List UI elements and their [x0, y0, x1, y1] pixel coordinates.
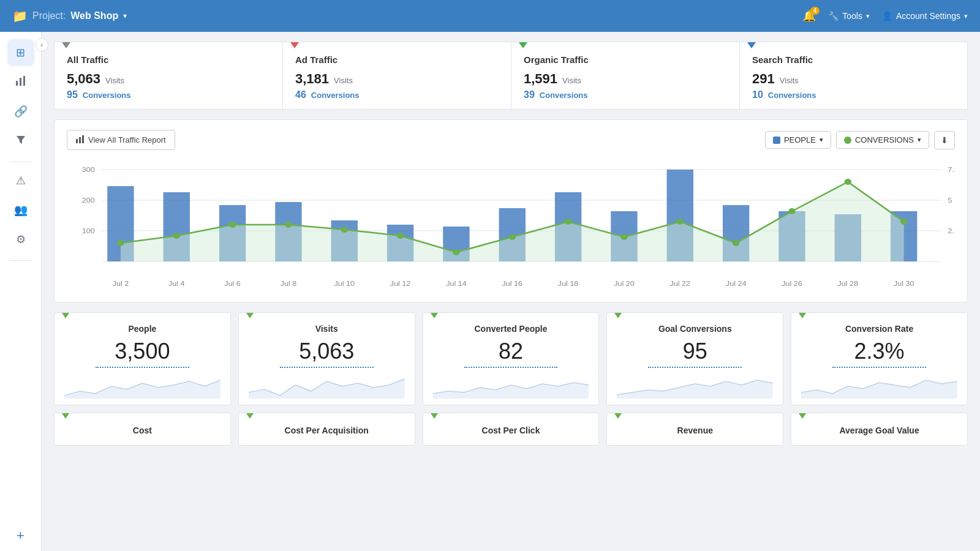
- sidebar-item-links[interactable]: 🔗: [7, 98, 34, 125]
- view-all-traffic-report-button[interactable]: View All Traffic Report: [67, 130, 175, 150]
- converted-people-sparkline: [433, 374, 589, 399]
- svg-point-44: [733, 240, 739, 246]
- conversion-rate-card-value: 2.3%: [801, 339, 957, 364]
- svg-rect-2: [23, 76, 25, 86]
- converted-people-card-underline: [464, 367, 558, 368]
- svg-point-35: [229, 222, 236, 228]
- cost-per-click-card: Cost Per Click: [423, 413, 600, 446]
- visits-metric-card: Visits 5,063: [238, 312, 415, 405]
- svg-point-41: [565, 219, 571, 225]
- people-sparkline: [64, 374, 221, 399]
- ad-traffic-conv-num: 46: [295, 89, 306, 100]
- svg-text:Jul 24: Jul 24: [726, 280, 747, 288]
- svg-marker-64: [249, 379, 405, 399]
- people-card-flag: [62, 313, 69, 318]
- ad-traffic-conv-label: Conversions: [311, 91, 360, 100]
- organic-traffic-conv-num: 39: [524, 89, 535, 100]
- sidebar-item-filter[interactable]: [7, 127, 34, 154]
- view-report-label: View All Traffic Report: [88, 135, 166, 144]
- search-traffic-conv-num: 10: [752, 89, 763, 100]
- people-card-title: People: [64, 324, 221, 334]
- notification-badge: 4: [810, 7, 820, 15]
- sidebar-item-settings[interactable]: ⚙: [7, 226, 34, 253]
- account-settings-button[interactable]: 👤 Account Settings ▾: [882, 11, 968, 21]
- svg-point-45: [788, 208, 795, 214]
- bar-chart-icon: [76, 135, 85, 145]
- all-traffic-conv-label: Conversions: [83, 91, 131, 100]
- cost-card-title: Cost: [64, 425, 221, 435]
- cpa-card-flag: [246, 413, 254, 419]
- traffic-cards: All Traffic 5,063 Visits 95 Conversions …: [54, 42, 968, 110]
- account-icon: 👤: [882, 11, 892, 21]
- audience-icon: 👥: [14, 203, 28, 217]
- sidebar-toggle[interactable]: ›: [35, 38, 48, 51]
- conversion-rate-card-underline: [832, 367, 926, 368]
- visits-sparkline: [249, 374, 405, 399]
- project-selector[interactable]: 📁 Project: Web Shop ▾: [12, 9, 127, 23]
- conversions-selector[interactable]: CONVERSIONS ▾: [836, 131, 929, 149]
- sidebar-item-analytics[interactable]: [7, 69, 34, 96]
- filter-icon: [15, 134, 26, 148]
- agv-card-title: Average Goal Value: [801, 425, 957, 435]
- search-traffic-flag: [747, 42, 756, 48]
- notifications-button[interactable]: 🔔 4: [802, 9, 816, 23]
- agv-card-flag: [799, 413, 806, 419]
- goal-conversions-card-value: 95: [617, 339, 773, 364]
- main-content: All Traffic 5,063 Visits 95 Conversions …: [42, 32, 980, 551]
- search-traffic-conv-label: Conversions: [768, 91, 816, 100]
- ad-traffic-flag: [290, 42, 299, 48]
- svg-rect-4: [76, 139, 78, 143]
- search-traffic-visits-num: 291: [752, 71, 775, 87]
- download-button[interactable]: ⬇: [934, 131, 955, 149]
- dashboard-icon: ⊞: [16, 46, 25, 59]
- search-traffic-title: Search Traffic: [752, 52, 955, 65]
- svg-point-34: [173, 233, 180, 239]
- conversion-rate-card-flag: [799, 313, 806, 318]
- svg-point-38: [397, 233, 404, 239]
- top-navigation: 📁 Project: Web Shop ▾ 🔔 4 🔧 Tools ▾ 👤 Ac…: [0, 0, 980, 32]
- traffic-chart: 300 200 100 7.5 5 2.5: [67, 157, 955, 294]
- svg-point-37: [341, 227, 348, 233]
- people-selector[interactable]: PEOPLE ▾: [765, 131, 831, 149]
- tools-button[interactable]: 🔧 Tools ▾: [828, 11, 870, 21]
- bar-chart-icon: [15, 75, 27, 90]
- svg-point-36: [285, 222, 292, 228]
- conversion-rate-metric-card: Conversion Rate 2.3%: [791, 312, 968, 405]
- svg-text:5: 5: [948, 197, 952, 204]
- cpc-card-flag: [431, 413, 438, 419]
- organic-traffic-visits-label: Visits: [562, 76, 581, 85]
- svg-text:Jul 2: Jul 2: [113, 280, 129, 288]
- svg-point-40: [509, 234, 516, 240]
- goal-conversions-card-underline: [648, 367, 742, 368]
- goal-conversions-card-flag: [614, 313, 622, 318]
- svg-rect-1: [20, 78, 21, 86]
- svg-marker-3: [17, 136, 25, 144]
- svg-text:100: 100: [82, 227, 95, 235]
- svg-rect-0: [16, 81, 18, 86]
- all-traffic-title: All Traffic: [67, 52, 270, 65]
- svg-rect-5: [79, 137, 81, 143]
- svg-text:Jul 22: Jul 22: [670, 280, 690, 288]
- conversions-dot: [844, 137, 851, 144]
- converted-people-card-flag: [431, 313, 438, 318]
- sidebar-item-audience[interactable]: 👥: [7, 197, 34, 223]
- svg-text:Jul 18: Jul 18: [558, 280, 579, 288]
- chart-section: View All Traffic Report PEOPLE ▾ CONVERS…: [54, 119, 968, 302]
- svg-text:Jul 12: Jul 12: [390, 280, 410, 288]
- account-label: Account Settings: [896, 11, 960, 21]
- revenue-card: Revenue: [606, 413, 783, 446]
- sidebar-item-alerts[interactable]: ⚠: [7, 167, 34, 194]
- cpa-card-title: Cost Per Acquisition: [249, 425, 405, 435]
- visits-card-flag: [246, 313, 254, 318]
- average-goal-value-card: Average Goal Value: [791, 413, 968, 446]
- ad-traffic-title: Ad Traffic: [295, 52, 499, 65]
- svg-text:Jul 4: Jul 4: [168, 280, 185, 288]
- account-chevron: ▾: [964, 12, 968, 20]
- sidebar-item-dashboard[interactable]: ⊞: [7, 39, 34, 66]
- cost-per-acquisition-card: Cost Per Acquisition: [238, 413, 415, 446]
- search-traffic-visits-label: Visits: [780, 76, 799, 85]
- organic-traffic-title: Organic Traffic: [524, 52, 727, 65]
- add-button[interactable]: +: [17, 528, 24, 544]
- svg-text:Jul 14: Jul 14: [446, 280, 467, 288]
- svg-point-47: [900, 219, 907, 225]
